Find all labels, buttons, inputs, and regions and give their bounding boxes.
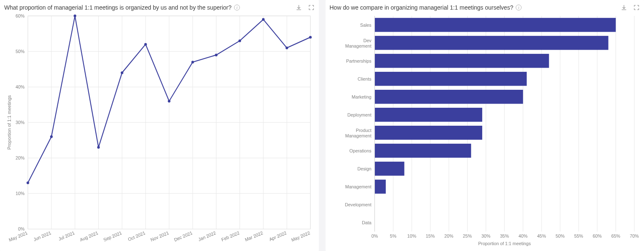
y-tick-label: 10% xyxy=(15,191,25,196)
data-point[interactable] xyxy=(285,46,288,49)
data-point[interactable] xyxy=(168,100,171,102)
x-tick-label: 5% xyxy=(390,233,397,238)
x-tick-label: Sep 2021 xyxy=(103,230,122,242)
panel-proportion-over-time: What proportion of managerial 1:1 meetin… xyxy=(0,0,319,251)
x-tick-label: Jun 2021 xyxy=(33,230,51,242)
x-tick-label: 20% xyxy=(444,233,453,238)
bar[interactable] xyxy=(374,144,471,158)
bar[interactable] xyxy=(374,18,616,32)
info-icon[interactable]: i xyxy=(234,5,240,10)
bar-chart: 0%5%10%15%20%25%30%35%40%45%50%55%60%65%… xyxy=(330,13,640,249)
category-label: Management xyxy=(345,184,371,189)
category-label: Management xyxy=(345,43,371,48)
x-tick-label: Oct 2021 xyxy=(127,230,146,242)
panel-actions xyxy=(621,4,640,11)
bar[interactable] xyxy=(374,54,549,68)
y-tick-label: 60% xyxy=(15,13,25,18)
fullscreen-icon[interactable] xyxy=(633,4,640,11)
x-tick-label: Jan 2022 xyxy=(198,230,216,242)
category-label: Operations xyxy=(349,148,372,153)
x-tick-label: 40% xyxy=(518,233,527,238)
panel-header: What proportion of managerial 1:1 meetin… xyxy=(4,3,315,13)
category-label: Development xyxy=(345,202,371,207)
x-tick-label: 30% xyxy=(481,233,491,238)
x-tick-label: Mar 2022 xyxy=(244,230,263,242)
category-label: Dev xyxy=(363,38,372,43)
line-chart: 0%10%20%30%40%50%60%May 2021Jun 2021Jul … xyxy=(4,13,315,249)
x-tick-label: 45% xyxy=(537,233,546,238)
y-axis-label: Proportion of 1:1 meetings xyxy=(7,95,12,150)
category-label: Deployment xyxy=(347,112,371,117)
x-tick-label: Aug 2021 xyxy=(79,230,99,242)
y-tick-label: 20% xyxy=(15,155,25,160)
x-tick-label: 70% xyxy=(630,233,639,238)
data-point[interactable] xyxy=(121,71,123,74)
download-icon[interactable] xyxy=(621,4,627,11)
x-tick-label: 0% xyxy=(371,233,378,238)
category-label: Product xyxy=(356,128,371,133)
category-label: Management xyxy=(345,133,371,138)
bar[interactable] xyxy=(374,126,482,140)
data-point[interactable] xyxy=(144,43,147,46)
x-tick-label: 50% xyxy=(555,233,565,238)
data-point[interactable] xyxy=(309,36,312,38)
bar[interactable] xyxy=(374,180,386,194)
panel-title: What proportion of managerial 1:1 meetin… xyxy=(4,4,232,11)
x-tick-label: 15% xyxy=(425,233,435,238)
data-point[interactable] xyxy=(215,53,217,56)
bar[interactable] xyxy=(374,90,523,104)
x-tick-label: 55% xyxy=(574,233,583,238)
x-tick-label: 25% xyxy=(463,233,472,238)
x-tick-label: Apr 2022 xyxy=(268,230,287,242)
panel-proportion-by-team: How do we compare in organizing manageri… xyxy=(326,0,644,251)
fullscreen-icon[interactable] xyxy=(308,4,315,11)
x-tick-label: 10% xyxy=(407,233,416,238)
x-tick-label: 60% xyxy=(593,233,602,238)
y-tick-label: 50% xyxy=(15,49,25,54)
bar[interactable] xyxy=(374,72,527,86)
data-point[interactable] xyxy=(239,39,241,42)
x-tick-label: 35% xyxy=(500,233,509,238)
panel-header: How do we compare in organizing manageri… xyxy=(330,3,640,13)
x-tick-label: Jul 2021 xyxy=(58,230,75,241)
category-label: Partnerships xyxy=(346,58,372,63)
x-tick-label: May 2022 xyxy=(290,230,311,243)
y-tick-label: 30% xyxy=(15,120,25,125)
data-point[interactable] xyxy=(74,15,76,17)
data-point[interactable] xyxy=(27,182,29,184)
info-icon[interactable]: i xyxy=(516,5,522,10)
data-point[interactable] xyxy=(262,18,265,20)
download-icon[interactable] xyxy=(295,4,302,11)
bar[interactable] xyxy=(374,162,404,176)
data-point[interactable] xyxy=(191,61,194,63)
dashboard: What proportion of managerial 1:1 meetin… xyxy=(0,0,644,251)
y-tick-label: 40% xyxy=(15,84,25,89)
category-label: Marketing xyxy=(351,94,371,99)
category-label: Data xyxy=(361,220,372,225)
x-tick-label: May 2021 xyxy=(8,230,28,243)
x-tick-label: Nov 2021 xyxy=(150,230,169,242)
x-axis-label: Proportion of 1:1 meetings xyxy=(478,241,531,246)
panel-title: How do we compare in organizing manageri… xyxy=(330,4,514,11)
x-tick-label: Feb 2022 xyxy=(221,230,240,242)
bar[interactable] xyxy=(374,108,482,122)
bar[interactable] xyxy=(374,36,608,50)
x-tick-label: 65% xyxy=(611,233,620,238)
category-label: Sales xyxy=(360,22,371,27)
panel-actions xyxy=(295,4,315,11)
category-label: Clients xyxy=(357,76,371,81)
data-point[interactable] xyxy=(50,135,53,138)
data-point[interactable] xyxy=(97,146,100,149)
category-label: Design xyxy=(357,166,371,171)
x-tick-label: Dec 2021 xyxy=(173,230,193,242)
